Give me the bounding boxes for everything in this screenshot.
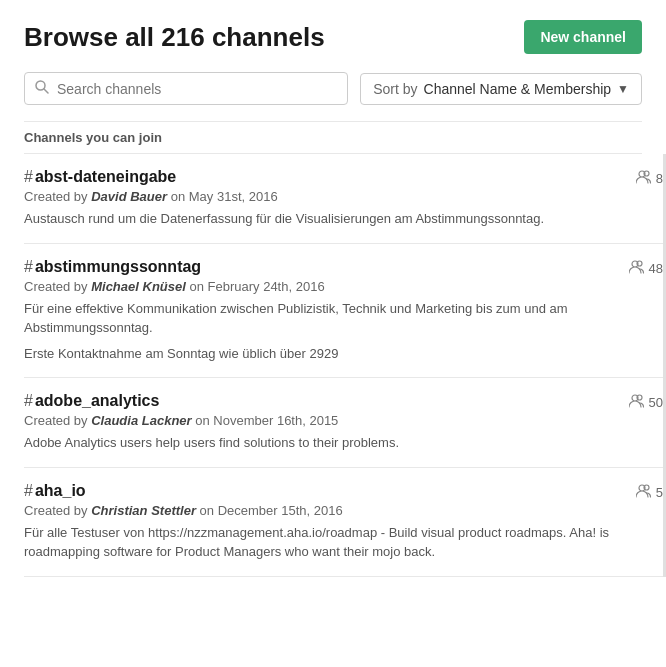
channel-members: 5 — [636, 482, 663, 501]
channel-name: #adobe_analytics — [24, 392, 609, 410]
channel-description: Adobe Analytics users help users find so… — [24, 433, 609, 453]
channel-members: 48 — [629, 258, 663, 277]
channel-content: #aha_io Created by Christian Stettler on… — [24, 482, 636, 562]
page-header: Browse all 216 channels New channel — [24, 20, 642, 54]
channel-creator: Michael Knüsel — [91, 279, 186, 294]
channel-content: #adobe_analytics Created by Claudia Lack… — [24, 392, 629, 453]
page-title: Browse all 216 channels — [24, 22, 325, 53]
chevron-down-icon: ▼ — [617, 82, 629, 96]
members-count: 5 — [656, 485, 663, 500]
channel-description: Für eine effektive Kommunikation zwische… — [24, 299, 609, 338]
channel-meta: Created by David Bauer on May 31st, 2016 — [24, 189, 616, 204]
channels-list: #abst-dateneingabe Created by David Baue… — [24, 154, 666, 577]
channel-description: Austausch rund um die Datenerfassung für… — [24, 209, 616, 229]
search-icon — [35, 80, 49, 97]
channel-meta: Created by Christian Stettler on Decembe… — [24, 503, 616, 518]
channel-members: 50 — [629, 392, 663, 411]
new-channel-button[interactable]: New channel — [524, 20, 642, 54]
channel-members: 8 — [636, 168, 663, 187]
page-container: Browse all 216 channels New channel Sort… — [0, 0, 666, 577]
controls-bar: Sort by Channel Name & Membership ▼ — [24, 72, 642, 105]
channel-item: #aha_io Created by Christian Stettler on… — [24, 468, 663, 577]
channel-hash-icon: # — [24, 482, 33, 499]
sort-value-label: Channel Name & Membership — [424, 81, 612, 97]
channel-date: May 31st, 2016 — [189, 189, 278, 204]
channel-name: #abstimmungssonntag — [24, 258, 609, 276]
channel-date: November 16th, 2015 — [213, 413, 338, 428]
channel-creator: Christian Stettler — [91, 503, 196, 518]
channel-creator: Claudia Lackner — [91, 413, 191, 428]
channel-item: #abstimmungssonntag Created by Michael K… — [24, 244, 663, 379]
members-count: 48 — [649, 261, 663, 276]
channel-hash-icon: # — [24, 392, 33, 409]
channel-hash-icon: # — [24, 168, 33, 185]
channel-description: Für alle Testuser von https://nzzmanagem… — [24, 523, 616, 562]
section-header: Channels you can join — [24, 121, 642, 154]
members-icon — [636, 484, 652, 501]
sort-prefix-label: Sort by — [373, 81, 417, 97]
channel-content: #abstimmungssonntag Created by Michael K… — [24, 258, 629, 364]
channel-date: December 15th, 2016 — [218, 503, 343, 518]
channel-item-inner: #adobe_analytics Created by Claudia Lack… — [24, 392, 663, 453]
channel-meta: Created by Claudia Lackner on November 1… — [24, 413, 609, 428]
channel-date: February 24th, 2016 — [208, 279, 325, 294]
members-icon — [636, 170, 652, 187]
members-icon — [629, 394, 645, 411]
members-icon — [629, 260, 645, 277]
search-input[interactable] — [57, 81, 337, 97]
svg-line-1 — [44, 89, 48, 93]
channel-description-2: Erste Kontaktnahme am Sonntag wie üblich… — [24, 344, 609, 364]
channel-name: #abst-dateneingabe — [24, 168, 616, 186]
channel-item-inner: #aha_io Created by Christian Stettler on… — [24, 482, 663, 562]
search-box — [24, 72, 348, 105]
channel-item-inner: #abst-dateneingabe Created by David Baue… — [24, 168, 663, 229]
members-count: 50 — [649, 395, 663, 410]
channel-meta: Created by Michael Knüsel on February 24… — [24, 279, 609, 294]
channel-hash-icon: # — [24, 258, 33, 275]
channel-item: #adobe_analytics Created by Claudia Lack… — [24, 378, 663, 468]
channel-item: #abst-dateneingabe Created by David Baue… — [24, 154, 663, 244]
sort-dropdown[interactable]: Sort by Channel Name & Membership ▼ — [360, 73, 642, 105]
channel-creator: David Bauer — [91, 189, 167, 204]
channel-content: #abst-dateneingabe Created by David Baue… — [24, 168, 636, 229]
channel-name: #aha_io — [24, 482, 616, 500]
channel-item-inner: #abstimmungssonntag Created by Michael K… — [24, 258, 663, 364]
members-count: 8 — [656, 171, 663, 186]
